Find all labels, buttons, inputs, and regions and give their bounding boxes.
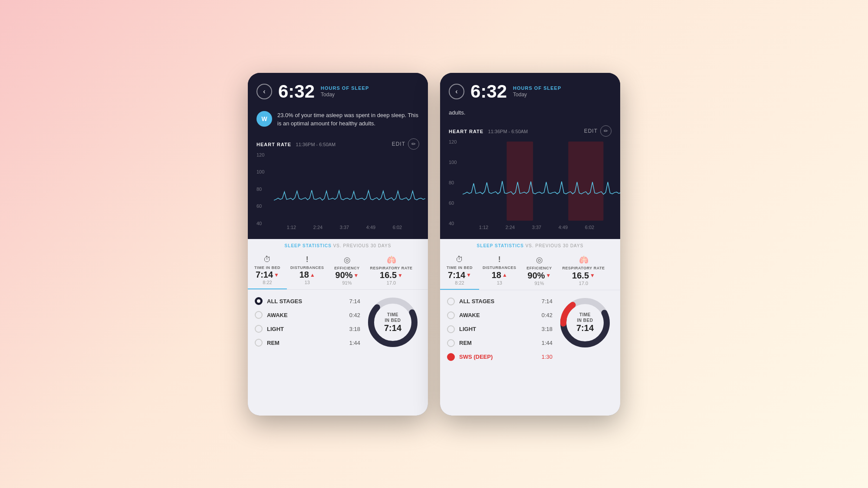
edit-icon-left: ✏ [408,138,419,150]
header-left: ‹ 6:32 HOURS OF SLEEP Today [248,73,428,107]
sleep-stats-left: SLEEP STATISTICS VS. PREVIOUS 30 DAYS ⏱ … [248,239,428,416]
stage-radio-all-right [447,298,455,305]
stage-awake-left[interactable]: AWAKE 0:42 [255,308,360,322]
info-text-left: 23.0% of your time asleep was spent in d… [277,111,419,128]
stages-section-right: ALL STAGES 7:14 AWAKE 0:42 LIGHT 3:18 [440,290,620,416]
header-meta-right: HOURS OF SLEEP Today [513,85,561,98]
donut-label-left: TIMEIN BED 7:14 [384,312,401,333]
stage-light-right[interactable]: LIGHT 3:18 [447,322,552,336]
chart-y-labels-left: 120 100 80 60 40 [256,152,264,226]
stage-radio-rem-right [447,339,455,347]
trend-arrow-left: ▼ [274,272,279,278]
stats-tabs-right: ⏱ TIME IN BED 7:14 ▼ 8:22 ! DISTURBANCES… [440,251,620,290]
edit-button-left[interactable]: EDIT ✏ [392,138,419,150]
hours-label-left: HOURS OF SLEEP [321,85,369,91]
panel-top-right: ‹ 6:32 HOURS OF SLEEP Today adults. HEAR… [440,73,620,239]
stage-radio-all-left [255,297,263,305]
efficiency-trend-right: ▼ [546,272,551,278]
disturbance-trend-left: ▲ [310,272,315,278]
sleep-stats-header-right: SLEEP STATISTICS VS. PREVIOUS 30 DAYS [440,239,620,251]
heart-rate-chart-left [270,154,428,221]
heart-rate-label-left: HEART RATE 11:36PM - 6:50AM [256,140,335,148]
tab-efficiency-left[interactable]: ◎ EFFICIENCY 90% ▼ 91% [328,251,367,290]
panel-left: ‹ 6:32 HOURS OF SLEEP Today W 23.0% of y… [248,73,428,416]
stage-all-right[interactable]: ALL STAGES 7:14 [447,295,552,308]
heart-rate-label-right: HEART RATE 11:36PM - 6:50AM [449,127,528,135]
panel-right: ‹ 6:32 HOURS OF SLEEP Today adults. HEAR… [440,73,620,416]
info-message-left: W 23.0% of your time asleep was spent in… [248,107,428,134]
day-label-right: Today [513,92,561,98]
stage-radio-awake-left [255,311,263,319]
chart-area-left: 120 100 80 60 40 1:12 2:24 3:37 4:49 6:0… [248,152,428,239]
efficiency-icon-left: ◎ [331,255,363,265]
tab-disturbances-right[interactable]: ! DISTURBANCES 18 ▲ 13 [479,251,520,290]
stages-list-right: ALL STAGES 7:14 AWAKE 0:42 LIGHT 3:18 [447,295,552,364]
resp-trend-right: ▼ [590,272,595,278]
stage-radio-awake-right [447,311,455,319]
chart-x-labels-left: 1:12 2:24 3:37 4:49 6:02 [256,223,419,230]
stage-radio-sws-right [447,353,455,361]
sleep-time-right: 6:32 [470,82,507,101]
stage-light-left[interactable]: LIGHT 3:18 [255,322,360,336]
donut-chart-left: TIMEIN BED 7:14 [365,294,421,350]
resp-trend-left: ▼ [398,272,403,278]
stage-rem-right[interactable]: REM 1:44 [447,336,552,350]
donut-chart-right: TIMEIN BED 7:14 [557,295,613,351]
tab-time-in-bed-right[interactable]: ⏱ TIME IN BED 7:14 ▼ 8:22 [440,251,479,290]
efficiency-icon-right: ◎ [523,255,556,265]
header-meta-left: HOURS OF SLEEP Today [321,85,369,98]
edit-icon-right: ✏ [600,125,612,137]
sleep-time-left: 6:32 [278,82,315,101]
heart-rate-header-right: HEART RATE 11:36PM - 6:50AM EDIT ✏ [440,121,620,139]
stages-list-left: ALL STAGES 7:14 AWAKE 0:42 LIGHT 3:18 [255,294,360,350]
tab-disturbances-left[interactable]: ! DISTURBANCES 18 ▲ 13 [287,251,328,290]
svg-rect-2 [506,141,533,221]
tab-respiratory-left[interactable]: 🫁 RESPIRATORY RATE 16.5 ▼ 17.0 [367,251,416,290]
tab-respiratory-right[interactable]: 🫁 RESPIRATORY RATE 16.5 ▼ 17.0 [559,251,608,290]
clock-icon-right: ⏱ [444,255,476,264]
exclamation-icon-left: ! [290,255,324,264]
tab-efficiency-right[interactable]: ◎ EFFICIENCY 90% ▼ 91% [520,251,559,290]
stage-radio-light-left [255,325,263,333]
info-truncated-right: adults. [440,107,620,121]
respiratory-icon-right: 🫁 [562,255,605,265]
stage-awake-right[interactable]: AWAKE 0:42 [447,308,552,322]
sleep-stats-header-left: SLEEP STATISTICS VS. PREVIOUS 30 DAYS [248,239,428,251]
chart-y-labels-right: 120 100 80 60 40 [449,139,457,226]
chart-x-labels-right: 1:12 2:24 3:37 4:49 6:02 [449,223,612,230]
heart-rate-chart-right [463,141,620,221]
back-button-right[interactable]: ‹ [449,84,464,99]
efficiency-trend-left: ▼ [354,272,359,278]
stage-rem-left[interactable]: REM 1:44 [255,336,360,350]
stages-section-left: ALL STAGES 7:14 AWAKE 0:42 LIGHT 3:18 [248,290,428,415]
hours-label-right: HOURS OF SLEEP [513,85,561,91]
exclamation-icon-right: ! [483,255,516,264]
panel-top-left: ‹ 6:32 HOURS OF SLEEP Today W 23.0% of y… [248,73,428,239]
header-right: ‹ 6:32 HOURS OF SLEEP Today [440,73,620,107]
donut-label-right: TIMEIN BED 7:14 [576,312,594,333]
stage-all-left[interactable]: ALL STAGES 7:14 [255,294,360,308]
back-button-left[interactable]: ‹ [256,84,272,99]
day-label-left: Today [321,92,369,98]
sleep-stats-right: SLEEP STATISTICS VS. PREVIOUS 30 DAYS ⏱ … [440,239,620,416]
stage-radio-light-right [447,325,455,333]
chart-area-right: 120 100 80 60 40 1:12 2:24 3:37 [440,139,620,239]
avatar-left: W [256,111,272,127]
heart-rate-header-left: HEART RATE 11:36PM - 6:50AM EDIT ✏ [248,134,428,152]
clock-icon-left: ⏱ [251,255,283,264]
disturbance-trend-right: ▲ [502,272,507,278]
respiratory-icon-left: 🫁 [370,255,413,265]
trend-arrow-right: ▼ [466,272,471,278]
tab-time-in-bed-left[interactable]: ⏱ TIME IN BED 7:14 ▼ 8:22 [248,251,287,290]
svg-rect-3 [568,141,603,221]
panels-container: ‹ 6:32 HOURS OF SLEEP Today W 23.0% of y… [248,73,620,416]
edit-button-right[interactable]: EDIT ✏ [584,125,612,137]
stage-sws-right[interactable]: SWS (DEEP) 1:30 [447,350,552,364]
stats-tabs-left: ⏱ TIME IN BED 7:14 ▼ 8:22 ! DISTURBANCES… [248,251,428,290]
stage-radio-rem-left [255,339,263,347]
